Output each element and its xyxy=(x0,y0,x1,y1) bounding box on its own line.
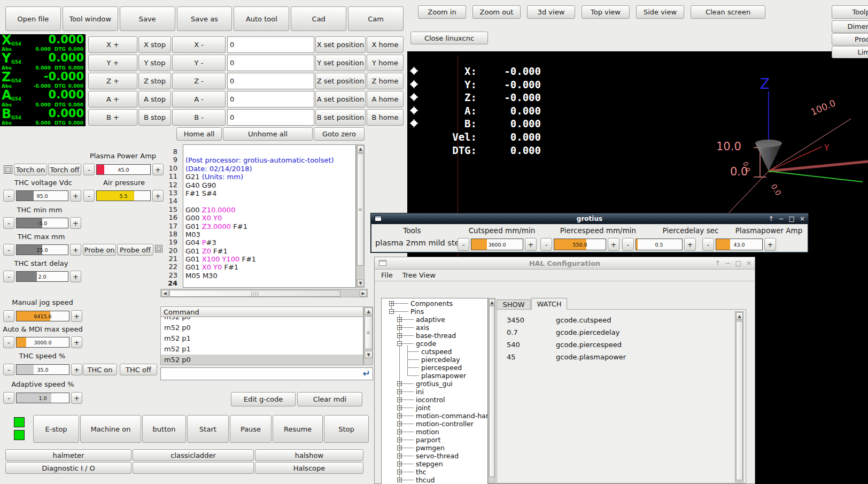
expand-icon[interactable]: + xyxy=(389,301,394,306)
adaptive-plus-button[interactable]: + xyxy=(71,392,82,404)
toolbar-button-tool-window[interactable]: Tool window xyxy=(63,6,118,31)
expand-icon[interactable]: + xyxy=(397,437,402,442)
a-home-button[interactable]: A home xyxy=(367,91,404,107)
thc-voltage-spinbox[interactable]: 95.0 xyxy=(16,190,68,201)
x-plus-button[interactable]: X + xyxy=(88,36,137,53)
toolbar-button-open-file[interactable]: Open file xyxy=(5,6,61,31)
home-all-button[interactable]: Home all xyxy=(176,127,222,141)
expand-icon[interactable]: + xyxy=(397,454,402,458)
b-set-position-button[interactable]: B set position xyxy=(315,109,366,126)
utility-button-halshow[interactable]: halshow xyxy=(255,449,363,461)
scroll-down-icon[interactable]: ▼ xyxy=(357,280,364,287)
tree-item-piercedelay[interactable]: piercedelay xyxy=(382,356,487,364)
piercespeed-plus-button[interactable]: + xyxy=(608,238,619,251)
hal-pin-tree[interactable]: +Components−Pins+adaptive+axis+base-thre… xyxy=(381,298,488,484)
gcode-editor[interactable]: (Post processor: grotius-automatic-tools… xyxy=(183,144,356,288)
tree-item-stepgen[interactable]: +stepgen xyxy=(382,460,487,468)
z-home-button[interactable]: Z home xyxy=(367,73,404,89)
tree-item-grotius-gui[interactable]: +grotius_gui xyxy=(382,380,487,388)
z-plus-button[interactable]: Z + xyxy=(88,73,137,89)
z-minus-button[interactable]: Z - xyxy=(172,73,226,89)
y-stop-button[interactable]: Y stop xyxy=(138,55,171,71)
scroll-up-icon[interactable]: ▲ xyxy=(357,145,364,152)
tree-item-pins[interactable]: −Pins xyxy=(382,308,487,316)
command-history-item[interactable]: m52 p1 xyxy=(161,344,363,355)
b-position-input[interactable]: 0 xyxy=(227,109,314,126)
piercespeed-spinbox[interactable]: 550.0 xyxy=(554,239,606,250)
tree-item-components[interactable]: +Components xyxy=(382,299,487,308)
scroll-down-icon[interactable]: ▼ xyxy=(365,351,373,358)
toolbar-button-save[interactable]: Save xyxy=(120,6,175,31)
expand-icon[interactable]: + xyxy=(397,429,402,434)
adaptive-minus-button[interactable]: - xyxy=(3,392,14,404)
a-plus-button[interactable]: A + xyxy=(88,91,137,107)
clear-mdi-button[interactable]: Clear mdi xyxy=(297,392,362,406)
mdi-max-plus-button[interactable]: + xyxy=(71,336,82,348)
menu-file[interactable]: File xyxy=(381,271,393,279)
tree-item-cutspeed[interactable]: cutspeed xyxy=(382,348,487,356)
tree-item-thc[interactable]: +thc xyxy=(382,468,487,476)
y-minus-button[interactable]: Y - xyxy=(172,55,226,71)
machine-button-machine-on[interactable]: Machine on xyxy=(80,415,141,443)
thc-delay-spinbox[interactable]: 2.0 xyxy=(16,271,68,282)
grotius-titlebar[interactable]: grotius ↑ − □ × xyxy=(371,213,808,224)
torch-off-button[interactable]: Torch off xyxy=(48,164,81,175)
x-minus-button[interactable]: X - xyxy=(172,36,226,53)
tree-item-plasmapower[interactable]: plasmapower xyxy=(382,372,487,380)
cutspeed-plus-button[interactable]: + xyxy=(525,238,537,251)
thc-delay-plus-button[interactable]: + xyxy=(70,271,81,282)
b-minus-button[interactable]: B - xyxy=(172,109,226,126)
expand-icon[interactable]: + xyxy=(397,333,402,338)
expand-icon[interactable]: + xyxy=(397,381,402,386)
manual-jog-minus-button[interactable]: - xyxy=(3,310,14,322)
piercespeed-minus-button[interactable]: - xyxy=(540,238,552,251)
edit-gcode-button[interactable]: Edit g-code xyxy=(231,392,296,406)
close-icon[interactable]: × xyxy=(800,215,805,222)
x-position-input[interactable]: 0 xyxy=(227,36,314,53)
air-pressure-minus-button[interactable]: - xyxy=(83,190,95,202)
view-button-side-view[interactable]: Side view xyxy=(636,5,684,19)
expand-icon[interactable]: + xyxy=(397,445,402,450)
tab-watch[interactable]: WATCH xyxy=(531,298,567,310)
minimize-icon[interactable]: − xyxy=(779,215,784,222)
a-stop-button[interactable]: A stop xyxy=(138,91,171,107)
expand-icon[interactable]: + xyxy=(397,317,402,322)
thc-min-minus-button[interactable]: - xyxy=(3,217,14,229)
edge-button-lim[interactable]: Lim xyxy=(832,46,868,58)
command-scroll-thumb[interactable]: ≡ xyxy=(365,316,373,349)
command-scrollbar[interactable]: ▲ ≡ ▼ xyxy=(363,306,373,365)
x-set-position-button[interactable]: X set position xyxy=(315,36,366,53)
probe-off-button[interactable]: Probe off xyxy=(117,244,153,256)
goto-zero-button[interactable]: Goto zero xyxy=(314,127,365,141)
thc-max-minus-button[interactable]: - xyxy=(3,244,14,256)
tree-item-joint[interactable]: +joint xyxy=(382,404,487,412)
tree-item-ini[interactable]: +ini xyxy=(382,388,487,396)
scroll-up-icon[interactable]: ▲ xyxy=(736,312,743,320)
view-button-zoom-out[interactable]: Zoom out xyxy=(472,5,521,19)
thc-speed-minus-button[interactable]: - xyxy=(3,364,14,375)
watch-scrollbar[interactable]: ▲ xyxy=(735,311,743,482)
unhome-all-button[interactable]: Unhome all xyxy=(223,127,313,141)
hal-titlebar[interactable]: HAL Configuration ↑ − □ × xyxy=(375,257,755,270)
view-button-zoom-in[interactable]: Zoom in xyxy=(418,5,466,19)
a-minus-button[interactable]: A - xyxy=(172,91,226,107)
expand-icon[interactable]: + xyxy=(397,470,402,474)
gcode-hscrollbar[interactable]: ◀ |||| ▶ xyxy=(160,289,368,297)
tree-item-gcode[interactable]: −gcode xyxy=(382,340,487,348)
collapse-icon[interactable]: − xyxy=(397,341,402,346)
scroll-up-icon[interactable]: ▲ xyxy=(365,308,373,315)
collapse-icon[interactable]: − xyxy=(389,309,394,314)
expand-icon[interactable]: + xyxy=(397,405,402,410)
b-stop-button[interactable]: B stop xyxy=(138,109,171,126)
mdi-max-spinbox[interactable]: 3000.0 xyxy=(16,337,69,348)
utility-button-classicladder[interactable]: classicladder xyxy=(133,449,254,461)
view-button-top-view[interactable]: Top view xyxy=(582,5,630,19)
view-button-3d-view[interactable]: 3d view xyxy=(527,5,575,19)
mdi-command-input[interactable]: ↵ xyxy=(160,367,373,380)
cutspeed-minus-button[interactable]: - xyxy=(458,238,469,251)
tree-item-base-thread[interactable]: +base-thread xyxy=(382,332,487,340)
mdi-max-minus-button[interactable]: - xyxy=(3,336,14,348)
thc-speed-plus-button[interactable]: + xyxy=(71,364,82,375)
utility-button-diagnostic-i-o[interactable]: Diagnostic I / O xyxy=(5,462,131,474)
machine-button-e-stop[interactable]: E-stop xyxy=(33,415,79,443)
